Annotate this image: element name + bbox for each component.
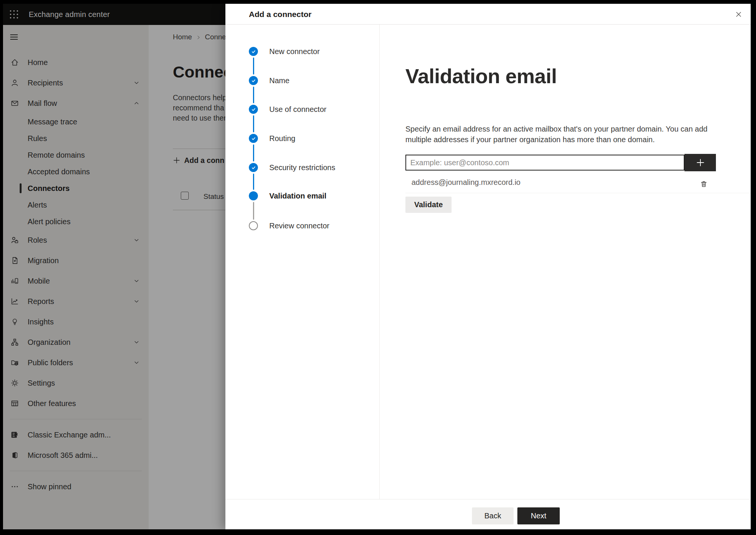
wizard-step-use-of-connector[interactable]: Use of connector: [249, 99, 326, 119]
close-icon: [735, 11, 742, 18]
step-completed-check-icon: [249, 105, 258, 114]
panel-footer-divider: [225, 499, 751, 499]
wizard-column-divider: [379, 25, 380, 499]
step-completed-check-icon: [249, 47, 258, 56]
back-button[interactable]: Back: [472, 507, 514, 524]
wizard-step-label: Use of connector: [269, 105, 326, 114]
wizard-step-label: Validation email: [269, 192, 326, 200]
wizard-step-routing[interactable]: Routing: [249, 128, 295, 149]
close-panel-button[interactable]: [733, 8, 745, 20]
step-description: Specify an email address for an active m…: [405, 124, 708, 145]
step-pending-indicator: [249, 221, 258, 230]
add-connector-panel: Add a connector Validation email Specify…: [225, 4, 751, 529]
panel-header-divider: [225, 24, 751, 25]
wizard-step-name[interactable]: Name: [249, 70, 289, 91]
trash-icon: [700, 180, 708, 188]
wizard-step-label: Security restrictions: [269, 163, 335, 172]
validation-email-input[interactable]: [405, 155, 685, 171]
wizard-step-label: Routing: [269, 134, 295, 143]
wizard-step-review-connector[interactable]: Review connector: [249, 216, 329, 236]
step-heading: Validation email: [405, 64, 557, 88]
email-row-divider: [405, 193, 751, 193]
wizard-step-new-connector[interactable]: New connector: [249, 41, 320, 62]
wizard-step-label: Name: [269, 76, 289, 85]
description-line: multiple addresses if your partner organ…: [405, 135, 708, 145]
wizard-step-label: Review connector: [269, 222, 329, 230]
validate-button[interactable]: Validate: [405, 197, 452, 213]
step-completed-check-icon: [249, 76, 258, 85]
wizard-step-validation-email[interactable]: Validation email: [249, 186, 326, 206]
wizard-step-label: New connector: [269, 47, 320, 56]
screen: Exchange admin center HomeRecipientsMail…: [3, 4, 751, 529]
step-current-indicator: [249, 191, 258, 200]
add-email-button[interactable]: [685, 154, 716, 171]
next-button[interactable]: Next: [517, 507, 560, 524]
added-email-address: address@journaling.mxrecord.io: [411, 178, 520, 187]
step-completed-check-icon: [249, 163, 258, 172]
delete-email-button[interactable]: [698, 178, 709, 190]
panel-title: Add a connector: [249, 10, 312, 19]
wizard-step-security-restrictions[interactable]: Security restrictions: [249, 157, 335, 178]
step-completed-check-icon: [249, 134, 258, 143]
plus-icon: [696, 158, 705, 167]
description-line: Specify an email address for an active m…: [405, 124, 708, 135]
